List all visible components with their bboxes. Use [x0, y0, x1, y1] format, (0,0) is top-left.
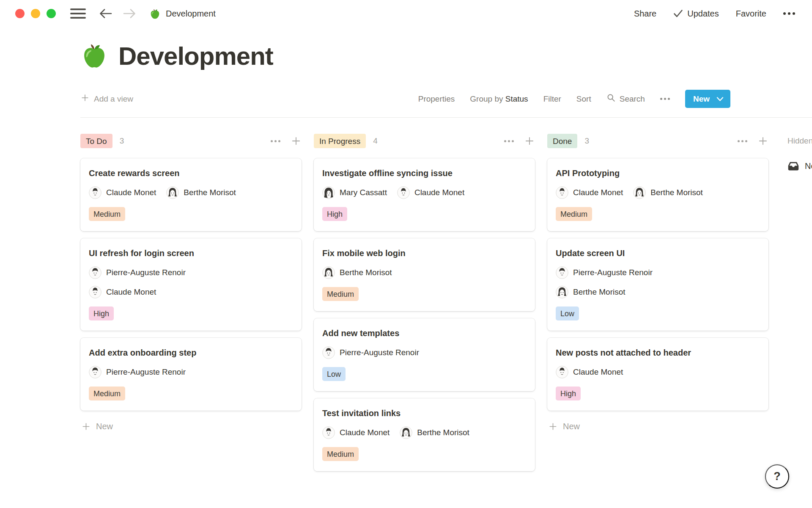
card-title: New posts not attached to header	[556, 347, 760, 359]
assignee[interactable]: Pierre-Auguste Renoir	[322, 346, 419, 359]
assignee[interactable]: Claude Monet	[556, 366, 623, 378]
board-column-to-do: To Do3Create rewards screen Claude Monet…	[80, 134, 302, 431]
sort-button[interactable]: Sort	[576, 94, 591, 104]
avatar-man-dark	[556, 266, 568, 279]
card-assignee-row: Claude Monet	[89, 286, 293, 298]
column-header: In Progress4	[314, 134, 535, 148]
card-assignee-row: Berthe Morisot	[556, 286, 760, 298]
card-assignee-row: Claude Monet Berthe Morisot	[556, 186, 760, 199]
avatar-man-light	[556, 366, 568, 378]
column-more-icon[interactable]	[271, 140, 280, 142]
kanban-card[interactable]: Update screen UI Pierre-Auguste Renoir B…	[547, 238, 768, 331]
forward-icon[interactable]	[123, 8, 136, 19]
assignee[interactable]: Berthe Morisot	[556, 286, 625, 298]
back-icon[interactable]	[99, 8, 112, 19]
priority-tag[interactable]: Medium	[89, 207, 125, 221]
add-card-button[interactable]: New	[547, 422, 768, 431]
column-status-badge[interactable]: Done	[547, 134, 577, 148]
green-apple-icon[interactable]	[80, 41, 108, 70]
assignee-name: Claude Monet	[106, 188, 156, 197]
avatar-woman-bob	[556, 286, 568, 298]
column-add-icon[interactable]	[757, 135, 768, 146]
kanban-card[interactable]: Add new templates Pierre-Auguste RenoirL…	[314, 318, 535, 391]
kanban-card[interactable]: Investigate offline syncing issue Mary C…	[314, 158, 535, 231]
kanban-card[interactable]: Fix mobile web login Berthe MorisotMediu…	[314, 238, 535, 311]
column-actions	[271, 135, 302, 146]
priority-tag[interactable]: Low	[322, 367, 346, 381]
filter-button[interactable]: Filter	[543, 94, 561, 104]
card-assignee-row: Claude Monet	[556, 366, 760, 378]
favorite-button[interactable]: Favorite	[736, 9, 766, 19]
hidden-group-no-status[interactable]: No Status	[787, 160, 812, 172]
column-count: 3	[584, 136, 589, 146]
hidden-columns-label: Hidden columns	[787, 134, 812, 148]
card-title: Create rewards screen	[89, 167, 293, 179]
board-column-in-progress: In Progress4Investigate offline syncing …	[314, 134, 535, 471]
updates-button[interactable]: Updates	[673, 9, 719, 19]
toolbar-controls: Properties Group by Status Filter Sort S…	[418, 90, 730, 108]
hidden-columns-section: Hidden columns No Status	[781, 134, 812, 172]
kanban-card[interactable]: Create rewards screen Claude Monet Berth…	[80, 158, 302, 231]
priority-tag[interactable]: Medium	[322, 447, 359, 461]
assignee[interactable]: Pierre-Auguste Renoir	[556, 266, 653, 279]
assignee[interactable]: Claude Monet	[397, 186, 464, 199]
sidebar-menu-icon[interactable]	[70, 8, 86, 19]
assignee[interactable]: Claude Monet	[89, 186, 156, 199]
column-add-icon[interactable]	[524, 135, 535, 146]
assignee[interactable]: Berthe Morisot	[633, 186, 703, 199]
page-title: Development	[80, 41, 812, 70]
assignee[interactable]: Berthe Morisot	[400, 426, 469, 439]
assignee[interactable]: Claude Monet	[322, 426, 390, 439]
column-more-icon[interactable]	[738, 140, 747, 142]
assignee[interactable]: Berthe Morisot	[322, 266, 392, 279]
more-options-icon[interactable]	[783, 12, 795, 15]
close-window-button[interactable]	[15, 9, 25, 18]
avatar-man-dark	[89, 266, 102, 279]
priority-tag[interactable]: Medium	[556, 207, 592, 221]
group-by-button[interactable]: Group by Status	[470, 94, 528, 104]
column-status-badge[interactable]: In Progress	[314, 134, 366, 148]
column-more-icon[interactable]	[504, 140, 514, 142]
properties-button[interactable]: Properties	[418, 94, 455, 104]
inbox-icon	[787, 160, 799, 172]
assignee[interactable]: Claude Monet	[89, 286, 156, 298]
column-status-badge[interactable]: To Do	[80, 134, 112, 148]
assignee[interactable]: Berthe Morisot	[166, 186, 236, 199]
priority-tag[interactable]: Medium	[89, 387, 125, 400]
help-button[interactable]: ?	[765, 464, 789, 489]
kanban-card[interactable]: Test invitation links Claude Monet Berth…	[314, 398, 535, 471]
priority-tag[interactable]: High	[556, 387, 581, 400]
assignee[interactable]: Pierre-Auguste Renoir	[89, 366, 186, 378]
page-title-text[interactable]: Development	[118, 42, 273, 70]
breadcrumb-doc-title[interactable]: Development	[166, 9, 216, 19]
kanban-card[interactable]: Add extra onboarding step Pierre-Auguste…	[80, 338, 302, 411]
assignee[interactable]: Claude Monet	[556, 186, 623, 199]
add-card-label: New	[563, 422, 580, 431]
zoom-window-button[interactable]	[47, 9, 56, 18]
priority-tag[interactable]: High	[89, 306, 114, 320]
card-title: Update screen UI	[556, 247, 760, 260]
card-assignee-row: Berthe Morisot	[322, 266, 527, 279]
column-add-icon[interactable]	[291, 135, 302, 146]
column-header: To Do3	[80, 134, 302, 148]
minimize-window-button[interactable]	[31, 9, 40, 18]
share-button[interactable]: Share	[634, 9, 656, 19]
kanban-card[interactable]: API Prototyping Claude Monet Berthe Mori…	[547, 158, 768, 231]
board: To Do3Create rewards screen Claude Monet…	[80, 134, 812, 471]
avatar-woman-bob	[400, 426, 412, 439]
priority-tag[interactable]: High	[322, 207, 347, 221]
priority-tag[interactable]: Low	[556, 306, 579, 320]
view-more-options-icon[interactable]	[660, 98, 670, 100]
kanban-card[interactable]: New posts not attached to header Claude …	[547, 338, 768, 411]
add-view-button[interactable]: Add a view	[80, 93, 133, 105]
assignee[interactable]: Pierre-Auguste Renoir	[89, 266, 186, 279]
add-card-button[interactable]: New	[80, 422, 302, 431]
search-button[interactable]: Search	[606, 93, 645, 105]
column-actions	[504, 135, 535, 146]
assignee[interactable]: Mary Cassatt	[322, 186, 387, 199]
priority-tag[interactable]: Medium	[322, 287, 359, 301]
kanban-card[interactable]: UI refresh for login screen Pierre-Augus…	[80, 238, 302, 331]
avatar-woman-bob	[322, 266, 335, 279]
assignee-name: Pierre-Auguste Renoir	[573, 268, 653, 277]
new-button[interactable]: New	[685, 90, 730, 108]
